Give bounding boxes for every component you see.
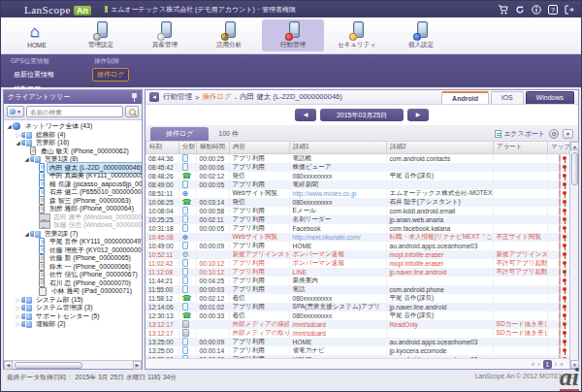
column-header-2[interactable]: 稼動時間 (197, 142, 230, 153)
scroll-up-icon[interactable]: ▲ (570, 142, 579, 150)
map-pin-button[interactable] (559, 346, 561, 355)
gear-icon[interactable]: ⚙ (549, 129, 559, 139)
refresh-icon[interactable] (515, 5, 525, 15)
nav-item-mag[interactable]: 資産管理 (134, 19, 196, 51)
map-pin-button[interactable] (559, 154, 561, 163)
table-row[interactable]: 08:45:4200:00:06アプリ利用株価ビューア (146, 163, 569, 172)
map-pin-button[interactable] (559, 268, 561, 277)
map-pin-button[interactable] (559, 355, 561, 359)
column-header-7[interactable]: マップ (548, 142, 572, 153)
expand-icon[interactable]: ▷ (15, 297, 21, 303)
detail-link[interactable]: http://next.rikunabi.com/ (293, 234, 361, 241)
scroll-left-icon[interactable]: ◀ (4, 361, 13, 370)
table-row[interactable]: 13:25:0000:00:14アプリ利用省電力ナビjp.kyocera.eco… (146, 346, 569, 355)
table-row[interactable]: 12:14:0600:01:02アプリ利用SPA(営業支援システム)アプリjp.… (146, 303, 569, 311)
current-page[interactable]: 1 (543, 360, 552, 369)
tree-item[interactable]: ◢ネットワーク全体 (43) (4, 122, 142, 131)
map-pin-button[interactable] (559, 303, 561, 311)
scrollbar-thumb[interactable] (15, 362, 82, 369)
next-page-icon[interactable]: › (555, 360, 557, 369)
map-pin-button[interactable] (559, 172, 561, 180)
table-row[interactable]: 10:45:08Webサイト閲覧http://next.rikunabi.com… (146, 233, 569, 242)
subnav-group-title[interactable]: GPS位置情報 (9, 56, 59, 67)
nav-item-person[interactable]: 個人設定 (390, 19, 452, 51)
expand-icon[interactable]: ▷ (15, 305, 21, 310)
table-row[interactable]: 11:02:4200:10:12アプリ利用ボンバーマン速報mopi.infoli… (146, 259, 569, 268)
search-input[interactable] (26, 106, 123, 117)
map-pin-button[interactable] (559, 277, 561, 285)
table-vertical-scrollbar[interactable]: ▲ ▼ (569, 142, 578, 369)
map-pin-button[interactable] (559, 163, 561, 172)
table-row[interactable]: 11:44:2100:04:25アプリ利用乗換案内 (146, 277, 569, 285)
map-pin-button[interactable] (559, 294, 561, 303)
column-header-6[interactable]: アラート (494, 142, 548, 153)
map-pin-button[interactable] (559, 285, 561, 294)
tree-filter-button[interactable]: ▼ (7, 106, 24, 117)
nav-item-chart[interactable]: 活用分析 (198, 19, 260, 51)
map-pin-button[interactable] (559, 198, 561, 207)
tree-item[interactable]: ▷サポートセンター (5) (4, 312, 142, 321)
export-button[interactable]: エクスポート (495, 129, 545, 139)
table-row[interactable]: 11:55:0000:00:03アプリ利用電話com.android.phone (146, 285, 569, 294)
column-header-4[interactable]: 詳細1 (290, 142, 387, 153)
search-icon[interactable] (125, 106, 139, 117)
table-row[interactable]: 08:48:2600:02:12発信080xxxxxxxxx平尾 音作(課長) (146, 172, 569, 180)
column-header-5[interactable]: 詳細2 (387, 142, 494, 153)
table-row[interactable]: 10:08:0400:00:58アプリ利用Eメールcom.kddi.androi… (146, 207, 569, 215)
next-day-button[interactable]: ▶ (407, 109, 429, 121)
map-pin-button[interactable] (559, 180, 561, 189)
prev-page-icon[interactable]: ‹ (537, 360, 539, 369)
nav-item-pin[interactable]: 行動管理 (262, 19, 324, 51)
subnav-group-title[interactable]: 操作制限 (92, 56, 129, 67)
expand-icon[interactable]: ▷ (15, 321, 21, 327)
map-pin-button[interactable] (559, 320, 561, 329)
info-icon[interactable] (532, 5, 541, 15)
logout-icon[interactable] (565, 5, 575, 15)
collapse-icon[interactable]: ◢ (15, 140, 21, 146)
column-header-3[interactable]: 内容 (230, 142, 290, 153)
prev-day-button[interactable]: ◀ (295, 109, 316, 121)
table-row[interactable]: 11:58:1200:02:12着信080xxxxxxxxx平尾 音作(課長) (146, 294, 569, 303)
map-pin-button[interactable] (559, 215, 561, 224)
expand-icon[interactable]: ▷ (15, 132, 21, 138)
date-display[interactable]: 2015年03月25日 (320, 109, 404, 121)
table-row[interactable]: 10:31:1800:00:05アプリ利用Facebookcom.faceboo… (146, 224, 569, 233)
table-row[interactable]: 13:12:17外部メディアの接続/mnt/sdcardReadOnlySDカー… (146, 320, 569, 329)
table-row[interactable]: 08:49:0000:00:05アプリ利用電経新聞 (146, 180, 569, 189)
map-pin-button[interactable] (559, 207, 561, 215)
map-pin-button[interactable] (559, 224, 561, 233)
cart-icon[interactable] (498, 5, 508, 15)
table-row[interactable]: 10:06:2500:03:14発信080xxxxxxxxx石井 聡子(アシスタ… (146, 198, 569, 207)
collapse-icon[interactable]: ◢ (6, 123, 13, 129)
tab-android[interactable]: Android (441, 91, 489, 104)
map-pin-button[interactable] (559, 233, 561, 242)
tab-operation-log[interactable]: 操作ログ (150, 127, 209, 141)
table-row[interactable]: 13:12:17外部メディアの取り外し/mnt/sdcardSDカード抜き差し (146, 329, 569, 338)
table-row[interactable]: 12:30:1300:00:33着信080xxxxxxxxx平尾 音作(課長) (146, 311, 569, 320)
tab-ios[interactable]: iOS (491, 91, 524, 104)
scrollbar-thumb[interactable] (571, 152, 578, 185)
tab-windows[interactable]: Windows (526, 91, 574, 104)
table-row[interactable]: 08:44:3600:00:25アプリ利用電話帳com.android.cont… (146, 154, 569, 163)
collapse-icon[interactable]: ◢ (23, 231, 30, 237)
table-row[interactable]: 08:51:11Webサイト閲覧http://www.motex.co.jpエム… (146, 189, 569, 198)
table-row[interactable]: 10:52:11新規アプリインストールボンバーマン速報mopi.infolife… (146, 250, 569, 259)
map-pin-button[interactable] (559, 189, 561, 198)
scroll-right-icon[interactable]: ▶ (133, 361, 142, 370)
back-button[interactable]: ◂ (149, 92, 159, 102)
table-row[interactable]: 11:12:0800:10:12アプリ利用LINEjp.naver.line.a… (146, 268, 569, 277)
table-row[interactable]: 10:25:2500:02:11アプリ利用名刺リーダーjp.anan.web.a… (146, 215, 569, 224)
map-pin-button[interactable] (559, 242, 561, 250)
chevron-down-icon[interactable]: ▼ (563, 129, 573, 139)
column-header-1[interactable]: 分類 (179, 142, 197, 153)
pin-panel-icon[interactable] (131, 93, 138, 102)
first-page-icon[interactable]: « (532, 360, 535, 369)
nav-item-gear[interactable]: 管理設定 (70, 19, 132, 51)
subnav-item[interactable]: 操作ログ (92, 68, 129, 82)
map-pin-button[interactable] (559, 311, 561, 320)
column-header-0[interactable]: 時刻 (146, 142, 179, 153)
map-pin-button[interactable] (559, 338, 561, 346)
help-icon[interactable]: ? (548, 5, 558, 15)
map-pin-button[interactable] (559, 250, 561, 259)
tree-horizontal-scrollbar[interactable]: ◀ ▶ (4, 360, 142, 369)
